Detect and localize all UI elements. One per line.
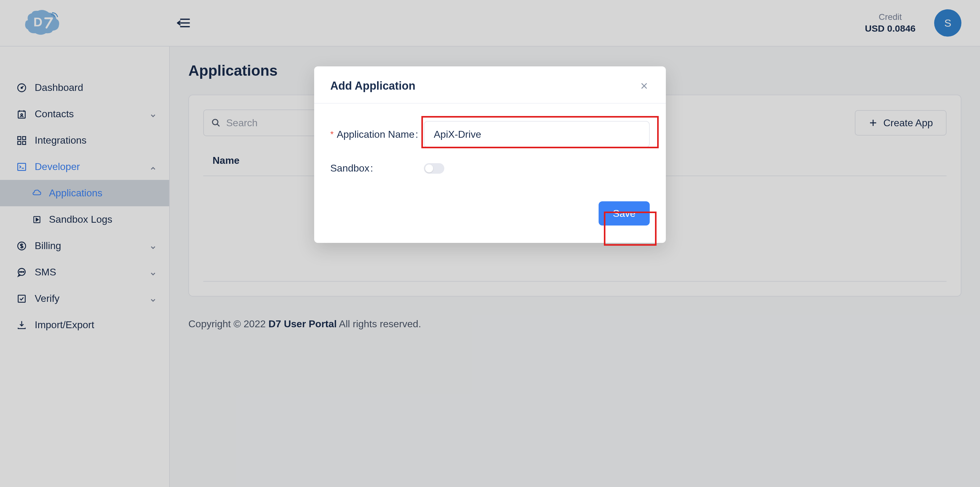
application-name-input[interactable] [424, 121, 650, 148]
app-name-label-text: Application Name [337, 129, 415, 140]
save-button[interactable]: Save [598, 201, 650, 225]
sandbox-toggle[interactable] [424, 163, 444, 174]
modal-overlay[interactable]: Add Application * Application Name : San… [0, 0, 980, 487]
sandbox-row: Sandbox : [330, 163, 650, 174]
modal-body: * Application Name : Sandbox : [314, 104, 666, 195]
modal-close-button[interactable] [639, 80, 650, 91]
application-name-label: * Application Name : [330, 129, 424, 140]
modal-footer: Save [314, 195, 666, 243]
modal-header: Add Application [314, 66, 666, 104]
application-name-row: * Application Name : [330, 121, 650, 148]
add-application-modal: Add Application * Application Name : San… [314, 66, 666, 243]
close-icon [640, 81, 649, 90]
required-asterisk: * [330, 130, 334, 139]
modal-title: Add Application [330, 80, 415, 93]
sandbox-label-text: Sandbox [330, 163, 369, 174]
sandbox-label: Sandbox : [330, 163, 424, 174]
